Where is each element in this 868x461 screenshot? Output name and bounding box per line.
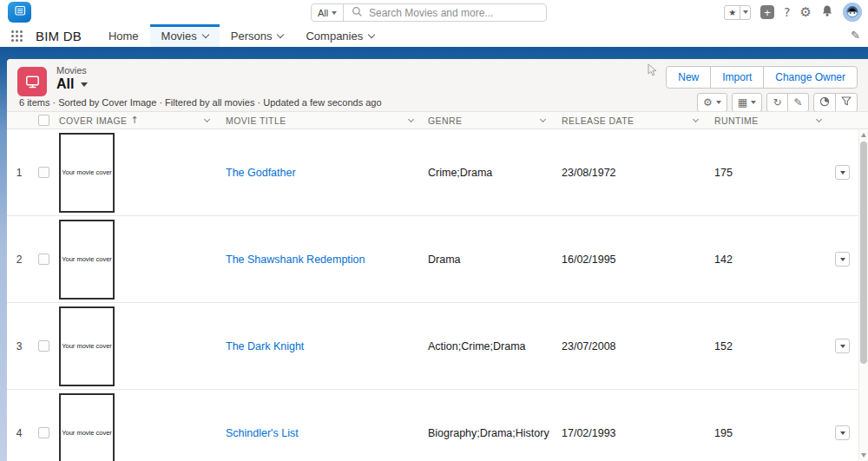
scrollbar-thumb[interactable] — [860, 142, 867, 364]
list-action-buttons: New Import Change Owner — [666, 66, 858, 89]
list-view-title-block: Movies All — [56, 65, 88, 92]
nav-tab-movies[interactable]: Movies — [150, 24, 220, 47]
select-all-column-header — [31, 112, 56, 128]
column-menu-chevron-icon[interactable] — [816, 115, 822, 122]
column-header-genre[interactable]: Genre — [421, 112, 553, 128]
row-number: 2 — [7, 254, 31, 266]
setup-gear-icon[interactable]: ⚙ — [800, 4, 812, 20]
column-header-cover-image[interactable]: Cover Image ↑ — [56, 112, 217, 128]
row-checkbox[interactable] — [38, 427, 49, 438]
nav-tab-home[interactable]: Home — [97, 24, 150, 47]
release-date-cell: 16/02/1995 — [553, 254, 706, 266]
global-actions-button[interactable]: + — [760, 5, 774, 19]
movie-title-link[interactable]: The Dark Knight — [226, 340, 304, 352]
row-number: 1 — [7, 167, 31, 179]
chevron-down-icon[interactable] — [368, 30, 375, 37]
select-all-checkbox[interactable] — [38, 115, 49, 126]
cover-image-placeholder: Your movie cover — [59, 393, 115, 461]
filter-button[interactable] — [835, 93, 858, 112]
refresh-button[interactable]: ↻ — [766, 93, 788, 112]
column-menu-chevron-icon[interactable] — [204, 115, 210, 122]
movies-object-icon — [17, 67, 47, 96]
row-actions-cell — [829, 165, 858, 180]
favorites-button-group: ★ — [724, 5, 751, 20]
favorites-star-icon[interactable]: ★ — [725, 6, 740, 19]
list-controls-button[interactable]: ⚙ — [697, 93, 727, 112]
table-row: 4 Your movie cover Schindler's List Biog… — [7, 390, 858, 461]
view-selector-caret-icon[interactable] — [81, 82, 88, 87]
row-checkbox[interactable] — [38, 167, 49, 178]
column-menu-chevron-icon[interactable] — [540, 115, 546, 122]
mouse-cursor — [647, 63, 659, 81]
movie-title-link[interactable]: Schindler's List — [226, 427, 299, 439]
genre-cell: Biography;Drama;History — [421, 427, 553, 439]
new-button[interactable]: New — [666, 66, 711, 89]
funnel-icon — [841, 96, 852, 109]
search-field — [344, 4, 546, 21]
gear-icon: ⚙ — [703, 96, 713, 109]
release-date-cell: 23/07/2008 — [553, 340, 706, 352]
scroll-down-arrow-icon[interactable] — [861, 453, 866, 458]
search-input[interactable] — [369, 7, 538, 19]
pie-chart-icon — [819, 96, 830, 109]
row-actions-button[interactable] — [835, 165, 850, 180]
global-utility-bar: All ★ + ? ⚙ — [0, 0, 868, 24]
movie-title-link[interactable]: The Shawshank Redemption — [226, 254, 365, 266]
genre-cell: Crime;Drama — [421, 167, 553, 179]
cover-placeholder-text: Your movie cover — [62, 168, 112, 176]
salesforce-app-window: All ★ + ? ⚙ — [0, 0, 868, 461]
row-actions-button[interactable] — [835, 339, 850, 353]
row-actions-cell — [829, 425, 858, 440]
movie-title-cell: The Dark Knight — [217, 340, 421, 352]
row-actions-button[interactable] — [835, 252, 850, 267]
display-as-button[interactable]: ▦ — [732, 93, 762, 112]
view-name: All — [56, 76, 74, 92]
release-date-cell: 23/08/1972 — [553, 167, 706, 179]
column-header-movie-title[interactable]: Movie Title — [217, 112, 421, 128]
change-owner-button[interactable]: Change Owner — [763, 66, 858, 89]
runtime-cell: 175 — [706, 167, 829, 179]
scroll-up-arrow-icon[interactable] — [861, 133, 866, 137]
nav-tab-persons[interactable]: Persons — [220, 24, 295, 47]
nav-tab-label: Home — [108, 30, 139, 43]
row-checkbox[interactable] — [38, 340, 49, 352]
runtime-cell: 142 — [706, 254, 829, 266]
app-name[interactable]: BIM DB — [36, 29, 82, 43]
user-avatar[interactable] — [843, 3, 862, 22]
nav-tab-companies[interactable]: Companies — [294, 24, 385, 47]
list-view-header: Movies All 6 items · Sorted by Cover Ima… — [7, 59, 868, 111]
chevron-down-icon[interactable] — [277, 30, 284, 37]
import-button[interactable]: Import — [710, 66, 764, 89]
app-launcher-waffle-icon[interactable] — [10, 30, 23, 43]
column-menu-chevron-icon[interactable] — [408, 115, 414, 122]
chevron-down-icon[interactable] — [202, 30, 209, 37]
cover-placeholder-text: Your movie cover — [62, 255, 112, 263]
row-number-column-header — [7, 112, 31, 128]
movie-title-cell: Schindler's List — [217, 427, 421, 439]
table-row: 1 Your movie cover The Godfather Crime;D… — [7, 129, 858, 216]
notifications-bell-icon[interactable] — [821, 4, 833, 21]
row-actions-button[interactable] — [835, 425, 850, 440]
column-label: Release Date — [562, 115, 634, 126]
nav-tab-label: Persons — [231, 30, 273, 43]
runtime-cell: 195 — [706, 427, 829, 439]
inline-edit-button[interactable]: ✎ — [787, 93, 809, 112]
help-icon[interactable]: ? — [784, 5, 790, 19]
movie-title-link[interactable]: The Godfather — [226, 167, 296, 179]
table-row: 2 Your movie cover The Shawshank Redempt… — [7, 216, 858, 303]
search-scope-dropdown[interactable]: All — [312, 4, 344, 21]
runtime-cell: 152 — [706, 340, 829, 352]
edit-nav-pencil-icon[interactable]: ✎ — [851, 29, 860, 42]
favorites-menu-button[interactable] — [740, 6, 750, 19]
nav-tabs: Home Movies Persons Companies — [97, 24, 385, 47]
refresh-icon: ↻ — [773, 96, 781, 109]
vertical-scrollbar[interactable] — [858, 129, 868, 461]
search-scope-label: All — [318, 8, 328, 18]
row-checkbox[interactable] — [38, 254, 49, 265]
row-checkbox-cell — [31, 340, 56, 352]
column-header-release-date[interactable]: Release Date — [553, 112, 706, 128]
column-header-runtime[interactable]: Runtime — [706, 112, 829, 128]
cover-placeholder-text: Your movie cover — [62, 342, 112, 350]
column-menu-chevron-icon[interactable] — [693, 115, 699, 122]
charts-button[interactable] — [813, 93, 836, 112]
